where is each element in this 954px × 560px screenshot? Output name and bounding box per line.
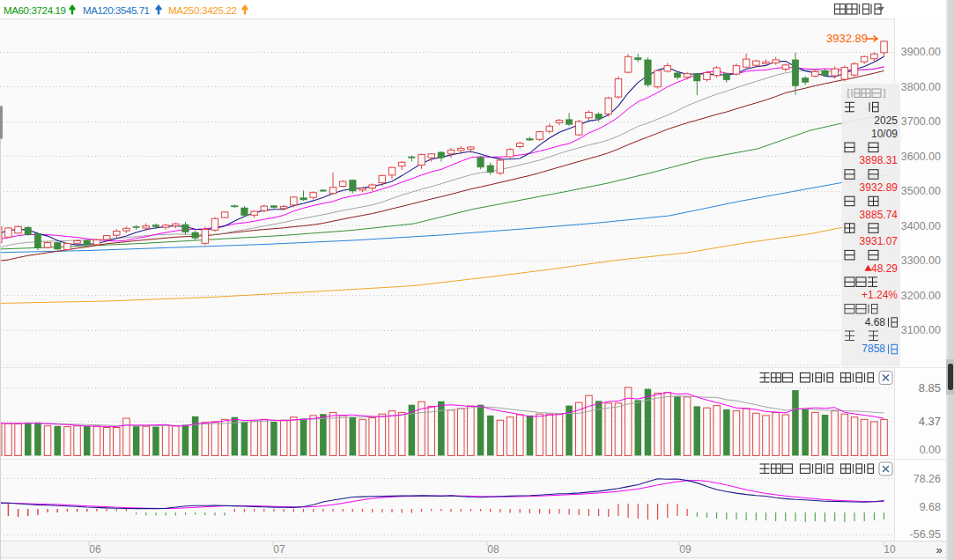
svg-text:MA250:3425.22: MA250:3425.22: [168, 5, 237, 16]
svg-text:48.29: 48.29: [871, 262, 898, 275]
svg-text:08: 08: [487, 543, 499, 556]
svg-text:4.68: 4.68: [865, 316, 886, 328]
svg-text:7858: 7858: [862, 343, 885, 355]
svg-text:4.37: 4.37: [919, 415, 941, 428]
svg-text:»: »: [936, 543, 942, 556]
svg-text:07: 07: [273, 543, 285, 556]
svg-text:3500.00: 3500.00: [901, 185, 941, 197]
svg-text:3200.00: 3200.00: [901, 290, 941, 302]
svg-text:2025: 2025: [874, 114, 898, 127]
svg-text:3400.00: 3400.00: [901, 220, 941, 232]
svg-text:3931.07: 3931.07: [860, 235, 899, 247]
svg-text:-56.95: -56.95: [910, 528, 941, 541]
svg-text:3898.31: 3898.31: [860, 154, 899, 166]
svg-text:3600.00: 3600.00: [901, 151, 941, 163]
svg-text:9.68: 9.68: [920, 501, 941, 513]
svg-text:3300.00: 3300.00: [901, 254, 941, 267]
svg-text:MA60:3724.19: MA60:3724.19: [4, 5, 66, 16]
svg-text:3100.00: 3100.00: [901, 324, 941, 336]
svg-text:3800.00: 3800.00: [901, 81, 941, 93]
svg-text:3900.00: 3900.00: [901, 46, 941, 58]
svg-text:3700.00: 3700.00: [901, 115, 941, 128]
svg-text:3932.89: 3932.89: [860, 181, 899, 194]
svg-text:78.26: 78.26: [913, 473, 941, 485]
svg-text:10: 10: [884, 543, 896, 556]
svg-text:+1.24%: +1.24%: [862, 289, 898, 301]
svg-text:[: [: [847, 87, 850, 98]
svg-text:09: 09: [679, 543, 691, 556]
svg-text:3885.74: 3885.74: [860, 209, 899, 221]
svg-text:MA120:3545.71: MA120:3545.71: [83, 5, 150, 16]
svg-text:10/09: 10/09: [871, 128, 898, 140]
svg-text:06: 06: [89, 543, 101, 556]
svg-text:]: ]: [884, 87, 886, 98]
svg-text:3932.89: 3932.89: [826, 32, 868, 45]
svg-text:8.85: 8.85: [919, 381, 941, 394]
svg-text:0.00: 0.00: [920, 444, 941, 456]
